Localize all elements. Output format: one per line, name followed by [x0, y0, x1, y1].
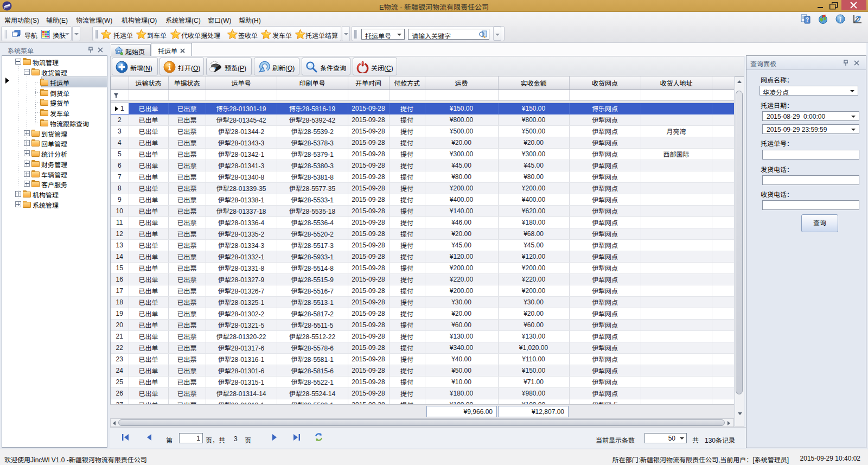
svg-text:?: ?	[806, 17, 809, 23]
